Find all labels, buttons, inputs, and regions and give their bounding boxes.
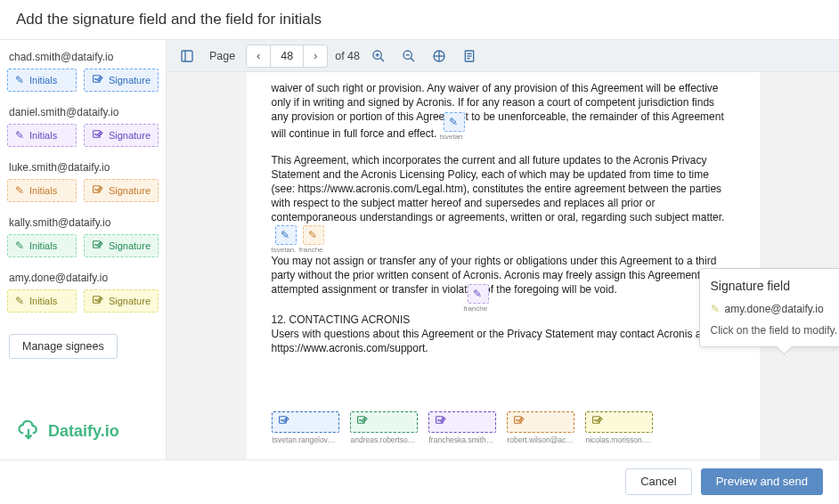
tooltip-email: amy.done@dataify.io — [725, 302, 824, 316]
document-viewport[interactable]: waiver of such right or provision. Any w… — [167, 72, 839, 459]
initials-marker[interactable]: tsvetan. — [275, 225, 297, 245]
tooltip-title: Signature field — [711, 278, 840, 295]
preview-send-button[interactable]: Preview and send — [701, 468, 823, 495]
pencil-icon: ✎ — [15, 129, 24, 142]
signature-box[interactable]: andreas.robertson.wils — [350, 411, 418, 433]
pencil-icon: ✎ — [711, 302, 720, 316]
initials-marker[interactable]: franche — [303, 225, 324, 245]
signature-icon — [92, 73, 103, 87]
initials-marker[interactable]: tsvetan — [444, 112, 465, 132]
heading-12: 12. CONTACTING ACRONIS — [272, 313, 411, 326]
page-count-label: of 48 — [335, 50, 360, 62]
para-1: waiver of such right or provision. Any w… — [272, 82, 724, 140]
chip-label: Initials — [29, 75, 57, 85]
footer: Cancel Preview and send — [0, 459, 839, 502]
signature-caption: andreas.robertson.wils — [351, 435, 419, 445]
signature-box[interactable]: nicolas.morisson.@acr — [585, 411, 653, 433]
signee-email: kally.smith@dataify.io — [7, 213, 159, 234]
signature-chip[interactable]: Signature — [84, 179, 159, 202]
signee-email: luke.smith@dataify.io — [7, 158, 159, 179]
tooltip-hint: Click on the field to modify. — [711, 323, 840, 337]
svg-line-12 — [411, 58, 414, 61]
signature-chip[interactable]: Signature — [84, 289, 159, 313]
signature-icon — [513, 414, 525, 430]
para-4: Users with questions about this Agreemen… — [272, 328, 705, 354]
signature-box[interactable]: francheska.smith@acr — [428, 411, 496, 433]
cancel-button[interactable]: Cancel — [625, 468, 691, 495]
signee-block: kally.smith@dataify.io✎InitialsSignature — [7, 213, 159, 257]
content-area: Page ‹ 48 › of 48 waiver of such right — [167, 40, 839, 459]
page-label: Page — [209, 50, 235, 62]
fit-icon[interactable] — [428, 45, 451, 68]
signature-icon — [435, 414, 446, 430]
signature-caption: francheska.smith@acr — [429, 435, 497, 445]
next-page-button[interactable]: › — [304, 45, 327, 67]
page-number[interactable]: 48 — [270, 45, 304, 67]
chip-label: Initials — [29, 185, 57, 196]
chip-label: Initials — [29, 240, 57, 251]
initials-chip[interactable]: ✎Initials — [7, 234, 77, 257]
signature-box[interactable]: tsvetan.rangelov@acro — [272, 411, 339, 433]
initials-marker[interactable]: franche — [468, 284, 489, 304]
para-2: This Agreement, which incorporates the c… — [272, 154, 725, 224]
signature-tooltip: Signature field ✎ amy.done@dataify.io Cl… — [699, 268, 840, 347]
chip-label: Signature — [109, 240, 151, 251]
svg-line-8 — [380, 58, 384, 61]
signature-row: tsvetan.rangelov@acroandreas.robertson.w… — [272, 411, 653, 433]
main-area: chad.smith@dataify.io✎InitialsSignatured… — [0, 39, 839, 459]
signature-icon — [278, 414, 289, 430]
manage-signees-button[interactable]: Manage signees — [9, 334, 118, 359]
pencil-icon: ✎ — [15, 184, 24, 197]
signature-icon — [356, 414, 368, 430]
sidebar: chad.smith@dataify.io✎InitialsSignatured… — [0, 40, 167, 459]
initials-chip[interactable]: ✎Initials — [7, 289, 77, 313]
signee-block: luke.smith@dataify.io✎InitialsSignature — [7, 158, 159, 202]
signee-block: chad.smith@dataify.io✎InitialsSignature — [7, 47, 159, 92]
signature-icon — [591, 414, 603, 430]
signee-block: amy.done@dataify.io✎InitialsSignature — [7, 268, 159, 313]
initials-chip[interactable]: ✎Initials — [7, 124, 77, 147]
signature-icon — [92, 128, 103, 142]
initials-chip[interactable]: ✎Initials — [7, 179, 77, 202]
signature-icon — [92, 239, 103, 253]
chip-label: Signature — [109, 75, 151, 85]
signee-email: chad.smith@dataify.io — [7, 47, 159, 69]
signee-email: amy.done@dataify.io — [7, 268, 159, 289]
signee-block: daniel.smith@dataify.io✎InitialsSignatur… — [7, 102, 159, 147]
signature-caption: tsvetan.rangelov@acro — [273, 435, 340, 445]
chip-label: Initials — [29, 130, 57, 141]
signature-chip[interactable]: Signature — [84, 234, 159, 257]
svg-rect-5 — [182, 51, 192, 61]
signature-box[interactable]: robert.wilson@acronis. — [507, 411, 574, 433]
signature-caption: nicolas.morisson.@acr — [586, 435, 654, 445]
initials-chip[interactable]: ✎Initials — [7, 69, 77, 92]
pencil-icon: ✎ — [15, 240, 24, 252]
page-view-icon[interactable] — [458, 45, 481, 68]
para-3: You may not assign or transfer any of yo… — [272, 255, 724, 296]
zoom-in-icon[interactable] — [367, 45, 390, 68]
signature-icon — [92, 294, 103, 308]
chip-label: Initials — [29, 296, 57, 306]
brand-name: Dataify.io — [48, 422, 119, 441]
signature-chip[interactable]: Signature — [84, 124, 159, 147]
zoom-out-icon[interactable] — [397, 45, 420, 68]
signature-caption: robert.wilson@acronis. — [508, 435, 575, 445]
document-page: waiver of such right or provision. Any w… — [247, 72, 760, 459]
toolbar: Page ‹ 48 › of 48 — [167, 40, 839, 72]
panel-toggle-icon[interactable] — [175, 45, 199, 68]
chip-label: Signature — [109, 296, 151, 306]
chip-label: Signature — [109, 130, 151, 141]
chip-label: Signature — [109, 185, 151, 196]
signature-icon — [92, 183, 103, 198]
pencil-icon: ✎ — [15, 295, 24, 307]
signature-chip[interactable]: Signature — [84, 69, 159, 92]
page-title: Add the signature field and the field fo… — [0, 0, 839, 39]
pager: ‹ 48 › — [246, 45, 328, 68]
pencil-icon: ✎ — [15, 74, 24, 86]
signee-email: daniel.smith@dataify.io — [7, 102, 159, 124]
prev-page-button[interactable]: ‹ — [247, 45, 270, 67]
brand-logo: Dataify.io — [7, 395, 159, 452]
